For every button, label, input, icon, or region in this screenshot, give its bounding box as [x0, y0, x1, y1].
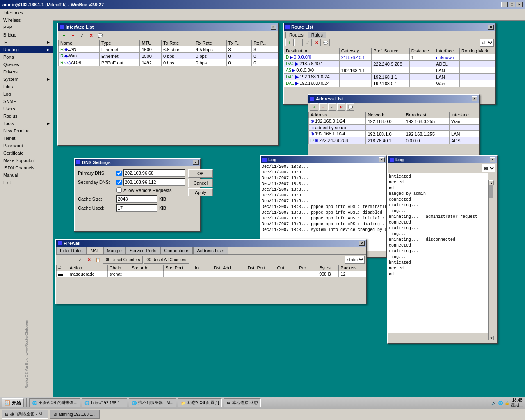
- comment-route-button[interactable]: 💬: [322, 39, 330, 46]
- ok-button[interactable]: OK: [188, 169, 213, 178]
- sidebar-item-password[interactable]: Password: [0, 142, 53, 149]
- disable-route-button[interactable]: ✕: [313, 39, 321, 46]
- taskbar-bottom-item-1[interactable]: 🖥 接口列表全图 - M...: [2, 410, 48, 419]
- fw-add-button[interactable]: +: [58, 256, 66, 263]
- scroll-down-button[interactable]: ▼: [489, 336, 494, 340]
- sidebar-item-certificate[interactable]: Certificate: [0, 149, 53, 157]
- tab-routes[interactable]: Routes: [285, 32, 307, 38]
- sidebar-item-isdn[interactable]: ISDN Channels: [0, 164, 53, 171]
- sidebar-item-bridge[interactable]: Bridge: [0, 31, 53, 39]
- maximize-button[interactable]: □: [509, 2, 515, 7]
- sidebar-item-system[interactable]: System ▶: [0, 75, 53, 83]
- tab-connections[interactable]: Connections: [160, 247, 193, 254]
- taskbar-item-3[interactable]: 🌐 找不到服务器 - M...: [129, 398, 176, 407]
- allow-remote-checkbox[interactable]: [116, 187, 122, 193]
- tab-mangle[interactable]: Mangle: [103, 247, 126, 254]
- sidebar-item-exit[interactable]: Exit: [0, 179, 53, 186]
- fw-disable-button[interactable]: ✕: [85, 256, 93, 263]
- table-row[interactable]: DAC▶192.168.0.0/24 192.168.0.1 Wan: [284, 80, 495, 87]
- table-row[interactable]: ⊕192.168.1.1/24 192.168.1.0 192.168.1.25…: [309, 131, 479, 137]
- sidebar-item-queues[interactable]: Queues: [0, 61, 53, 68]
- sidebar-item-manual[interactable]: Manual: [0, 171, 53, 179]
- log-close[interactable]: ×: [379, 157, 385, 162]
- secondary-dns-checkbox[interactable]: [116, 180, 122, 185]
- table-row[interactable]: D⊕222.240.9.208 218.76.40.1 0.0.0.0 ADSL: [309, 137, 479, 144]
- sidebar-item-snmp[interactable]: SNMP: [0, 98, 53, 105]
- cache-used-input[interactable]: [116, 204, 158, 212]
- sidebar-item-users[interactable]: Users: [0, 105, 53, 112]
- address-list-close[interactable]: ×: [472, 96, 477, 101]
- route-list-close[interactable]: ×: [488, 25, 494, 30]
- add-route-button[interactable]: +: [285, 39, 294, 46]
- edit-route-button[interactable]: ✓: [304, 39, 312, 46]
- taskbar-item-2[interactable]: 🌐 http://192.168.1....: [82, 398, 127, 407]
- close-button[interactable]: ×: [516, 2, 523, 7]
- comment-interface-button[interactable]: 💬: [96, 32, 104, 39]
- apply-button[interactable]: Apply: [188, 188, 213, 196]
- reset-counters-button[interactable]: 00 Reset Counters: [103, 256, 143, 264]
- tab-filter-rules[interactable]: Filter Rules: [56, 247, 87, 254]
- tab-service-ports[interactable]: Service Ports: [126, 247, 160, 254]
- primary-dns-input[interactable]: [123, 169, 185, 177]
- fw-edit-button[interactable]: ✓: [76, 256, 84, 263]
- table-row[interactable]: D▶0.0.0.0/0 218.76.40.1 1 unknown: [284, 54, 495, 61]
- disable-interface-button[interactable]: ✕: [87, 32, 95, 39]
- start-button[interactable]: 🪟 开始: [2, 398, 24, 407]
- sidebar-item-radius[interactable]: Radius: [0, 112, 53, 120]
- scroll-up-button[interactable]: ▲: [489, 180, 494, 185]
- sidebar-item-ip[interactable]: IP ▶: [0, 39, 53, 46]
- remove-interface-button[interactable]: −: [69, 32, 77, 39]
- sidebar-item-files[interactable]: Files: [0, 83, 53, 90]
- dns-settings-close[interactable]: ×: [193, 160, 199, 165]
- cache-size-input[interactable]: [116, 195, 158, 203]
- table-row[interactable]: AS▶0.0.0.0/0 192.168.1.1 LAN: [284, 67, 495, 74]
- sidebar-item-routing[interactable]: Routing ▶: [0, 46, 53, 53]
- tab-nat[interactable]: NAT: [87, 247, 103, 254]
- sidebar-item-ports[interactable]: Ports: [0, 53, 53, 61]
- taskbar-item-5[interactable]: 🖥 本地连接 状态: [224, 398, 261, 407]
- taskbar-item-1[interactable]: 🌐 不会ADSL的进来看...: [29, 398, 80, 407]
- taskbar-item-4[interactable]: 📁 动态ADSL配置[1]: [178, 398, 222, 407]
- big-log-close[interactable]: ×: [490, 157, 495, 162]
- taskbar-bottom-item-2[interactable]: 🖥 admin@192.168.1....: [50, 410, 100, 419]
- tab-rules[interactable]: Rules: [308, 32, 326, 38]
- fw-remove-button[interactable]: −: [67, 256, 75, 263]
- reset-all-counters-button[interactable]: 00 Reset All Counters: [144, 256, 189, 264]
- comment-address-button[interactable]: 💬: [346, 103, 354, 111]
- remove-route-button[interactable]: −: [294, 39, 303, 46]
- add-address-button[interactable]: +: [310, 103, 318, 111]
- sidebar-item-ppp[interactable]: PPP: [0, 24, 53, 31]
- fw-copy-button[interactable]: 📋: [94, 256, 102, 263]
- big-log-filter-select[interactable]: all: [482, 164, 495, 172]
- firewall-close[interactable]: ×: [359, 241, 365, 246]
- sidebar-item-telnet[interactable]: Telnet: [0, 135, 53, 142]
- table-row[interactable]: ⊕192.168.0.1/24 192.168.0.0 192.168.0.25…: [309, 118, 479, 125]
- sidebar-item-new-terminal[interactable]: New Terminal: [0, 127, 53, 135]
- table-row[interactable]: R◇◇ADSL PPPoE out 1492 0 bps 0 bps 0 0: [59, 59, 278, 66]
- table-row[interactable]: R◆Wan Ethernet 1500 0 bps 0 bps 0 0: [59, 53, 278, 59]
- sidebar-item-drivers[interactable]: Drivers: [0, 68, 53, 75]
- add-interface-button[interactable]: +: [60, 32, 68, 39]
- secondary-dns-input[interactable]: [123, 178, 185, 186]
- sidebar-item-make-supout[interactable]: Make Supout.rif: [0, 157, 53, 164]
- sidebar-item-interfaces[interactable]: Interfaces: [0, 9, 53, 16]
- table-row[interactable]: ▬ masquerade srcnat 908 B 12: [57, 271, 366, 277]
- table-row[interactable]: R◆LAN Ethernet 1500 6.8 kbps 4.5 kbps 3 …: [59, 46, 278, 53]
- primary-dns-checkbox[interactable]: [116, 171, 122, 176]
- edit-address-button[interactable]: ✓: [328, 103, 336, 111]
- interface-list-close[interactable]: ×: [271, 25, 276, 30]
- sidebar-item-log[interactable]: Log: [0, 90, 53, 98]
- scroll-thumb[interactable]: [489, 185, 493, 198]
- minimize-button[interactable]: _: [501, 2, 508, 7]
- sidebar-item-tools[interactable]: Tools ▶: [0, 120, 53, 127]
- sidebar-item-wireless[interactable]: Wireless: [0, 16, 53, 24]
- cancel-button[interactable]: Cancel: [188, 179, 213, 187]
- disable-address-button[interactable]: ✕: [337, 103, 345, 111]
- table-row[interactable]: DAC▶218.76.40.1 222.240.9.208 ADSL: [284, 61, 495, 67]
- table-row[interactable]: DAC▶192.168.1.0/24 192.168.1.1 LAN: [284, 74, 495, 80]
- tab-address-lists[interactable]: Address Lists: [193, 247, 228, 254]
- firewall-filter-select[interactable]: static: [345, 256, 365, 264]
- remove-address-button[interactable]: −: [319, 103, 327, 111]
- edit-interface-button[interactable]: ✓: [78, 32, 86, 39]
- route-filter-select[interactable]: all: [480, 39, 494, 47]
